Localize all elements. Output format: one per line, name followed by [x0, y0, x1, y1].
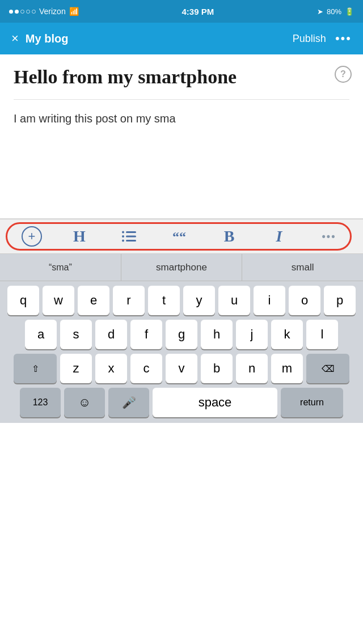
- signal-dot-5: [32, 10, 36, 14]
- heading-button[interactable]: H: [67, 224, 92, 249]
- shift-key[interactable]: ⇧: [14, 354, 57, 383]
- key-c[interactable]: c: [130, 354, 162, 383]
- status-bar-left: Verizon 📶: [9, 7, 79, 16]
- keyboard-row-2: a s d f g h j k l: [0, 315, 363, 349]
- key-w[interactable]: w: [43, 286, 74, 315]
- nav-right: Publish •••: [293, 31, 352, 46]
- svg-point-4: [122, 235, 124, 238]
- emoji-key[interactable]: ☺: [64, 388, 105, 417]
- svg-rect-0: [126, 231, 136, 233]
- key-t[interactable]: t: [148, 286, 180, 315]
- nav-left: × My blog: [11, 31, 68, 46]
- list-button[interactable]: [117, 224, 142, 249]
- key-z[interactable]: z: [60, 354, 92, 383]
- wifi-icon: 📶: [69, 7, 79, 16]
- key-x[interactable]: x: [95, 354, 127, 383]
- key-g[interactable]: g: [166, 320, 197, 349]
- content-area: ? Hello from my smartphone I am writing …: [0, 54, 363, 219]
- italic-button[interactable]: I: [267, 224, 292, 249]
- signal-dot-2: [15, 10, 19, 14]
- signal-dot-3: [20, 10, 24, 14]
- key-j[interactable]: j: [236, 320, 268, 349]
- key-q[interactable]: q: [7, 286, 39, 315]
- key-r[interactable]: r: [113, 286, 145, 315]
- svg-rect-1: [126, 236, 136, 238]
- close-button[interactable]: ×: [11, 31, 19, 46]
- formatting-toolbar: + H ““ B I •••: [0, 219, 363, 254]
- keyboard-row-3: ⇧ z x c v b n m ⌫: [0, 349, 363, 383]
- key-m[interactable]: m: [271, 354, 303, 383]
- key-i[interactable]: i: [254, 286, 285, 315]
- svg-point-3: [122, 231, 124, 234]
- mic-key[interactable]: 🎤: [108, 388, 149, 417]
- nav-title: My blog: [26, 32, 69, 45]
- post-title[interactable]: Hello from my smartphone: [14, 66, 349, 89]
- numbers-key[interactable]: 123: [20, 388, 61, 417]
- autocomplete-item-2[interactable]: smartphone: [121, 254, 243, 281]
- key-b[interactable]: b: [201, 354, 233, 383]
- key-a[interactable]: a: [25, 320, 57, 349]
- backspace-key[interactable]: ⌫: [306, 354, 349, 383]
- key-h[interactable]: h: [201, 320, 233, 349]
- svg-rect-2: [126, 240, 136, 242]
- key-o[interactable]: o: [289, 286, 320, 315]
- carrier-label: Verizon: [39, 7, 66, 16]
- space-key[interactable]: space: [153, 388, 277, 417]
- key-e[interactable]: e: [78, 286, 109, 315]
- key-s[interactable]: s: [60, 320, 92, 349]
- status-bar-time: 4:39 PM: [182, 7, 214, 16]
- mic-icon: 🎤: [122, 396, 136, 409]
- key-n[interactable]: n: [236, 354, 268, 383]
- toolbar-more-button[interactable]: •••: [316, 224, 341, 249]
- key-p[interactable]: p: [324, 286, 356, 315]
- publish-button[interactable]: Publish: [293, 33, 326, 45]
- keyboard-bottom-row: 123 ☺ 🎤 space return: [0, 383, 363, 423]
- key-k[interactable]: k: [271, 320, 303, 349]
- add-block-button[interactable]: +: [22, 226, 42, 247]
- key-l[interactable]: l: [306, 320, 338, 349]
- status-bar-right: ➤ 80% 🔋: [317, 7, 354, 16]
- location-icon: ➤: [317, 7, 323, 16]
- status-bar: Verizon 📶 4:39 PM ➤ 80% 🔋: [0, 0, 363, 23]
- battery-label: 80%: [327, 7, 341, 16]
- key-y[interactable]: y: [183, 286, 215, 315]
- key-v[interactable]: v: [166, 354, 197, 383]
- autocomplete-item-1[interactable]: “sma”: [0, 254, 121, 281]
- quote-button[interactable]: ““: [167, 224, 192, 249]
- signal-dot-1: [9, 10, 13, 14]
- svg-point-5: [122, 240, 124, 242]
- signal-strength: [9, 10, 36, 14]
- signal-dot-4: [26, 10, 30, 14]
- autocomplete-bar: “sma” smartphone small: [0, 254, 363, 281]
- autocomplete-item-3[interactable]: small: [242, 254, 363, 281]
- bold-button[interactable]: B: [217, 224, 242, 249]
- emoji-icon: ☺: [78, 395, 91, 410]
- battery-icon: 🔋: [345, 7, 354, 16]
- return-key[interactable]: return: [281, 388, 343, 417]
- divider: [14, 99, 349, 100]
- key-d[interactable]: d: [95, 320, 127, 349]
- more-options-button[interactable]: •••: [335, 31, 352, 46]
- keyboard: q w e r t y u i o p a s d f g h j k l ⇧ …: [0, 281, 363, 423]
- key-u[interactable]: u: [218, 286, 250, 315]
- key-f[interactable]: f: [130, 320, 162, 349]
- keyboard-row-1: q w e r t y u i o p: [0, 281, 363, 315]
- nav-bar: × My blog Publish •••: [0, 23, 363, 54]
- help-icon[interactable]: ?: [335, 66, 352, 83]
- post-body[interactable]: I am writing this post on my sma: [14, 110, 349, 127]
